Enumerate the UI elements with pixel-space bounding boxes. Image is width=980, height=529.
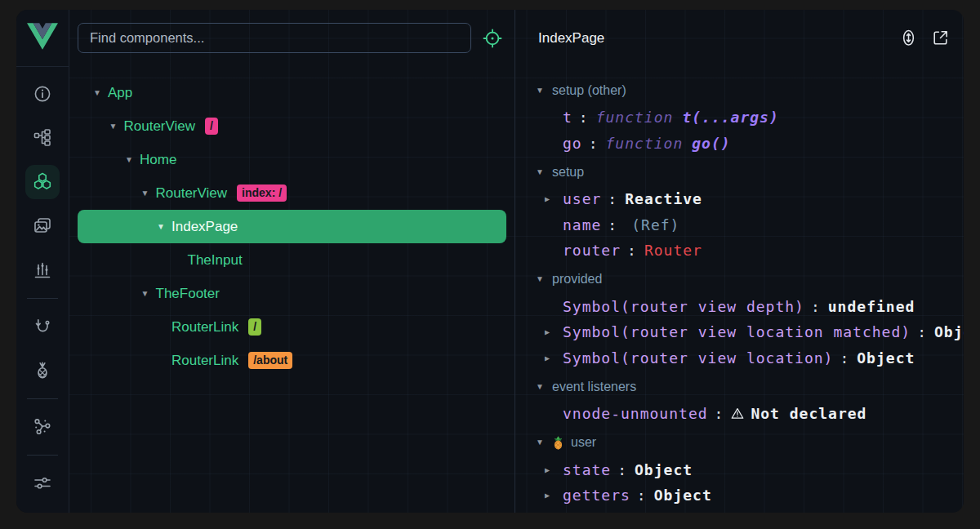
chevron-down-icon[interactable]: ▼ xyxy=(140,290,150,298)
inspector-panel: IndexPage ▼setup (other)t:funct xyxy=(515,10,964,513)
prop-value: Router xyxy=(644,242,702,259)
prop-row-Symbol-router-view-location-matched-[interactable]: ▶Symbol(router view location matched):Ob… xyxy=(515,319,964,345)
chevron-right-icon[interactable]: ▶ xyxy=(545,194,550,203)
prop-colon: : xyxy=(811,298,821,315)
tree-node-App[interactable]: ▼App xyxy=(78,76,506,109)
mixer-icon xyxy=(33,260,52,280)
tree-node-TheInput[interactable]: TheInput xyxy=(78,243,506,277)
prop-colon: : xyxy=(608,190,617,207)
prop-row-state[interactable]: ▶state:Object xyxy=(515,457,964,483)
section-header-event-listeners[interactable]: ▼event listeners xyxy=(515,374,964,399)
component-name: IndexPage xyxy=(172,219,238,235)
pinia-icon xyxy=(33,361,52,380)
prop-row-Symbol-router-view-location-[interactable]: ▶Symbol(router view location):Object xyxy=(515,345,964,371)
component-name: TheFooter xyxy=(156,286,220,302)
prop-key: t xyxy=(563,109,572,126)
sidebar-item-mixer[interactable] xyxy=(25,253,60,287)
chevron-down-icon: ▼ xyxy=(535,87,545,95)
component-tree: ▼App▼RouterView/▼Home▼RouterViewindex: /… xyxy=(69,66,514,377)
prop-value: Not declared xyxy=(751,405,866,422)
chevron-right-icon[interactable]: ▶ xyxy=(545,327,550,336)
tree-node-RouterView[interactable]: ▼RouterViewindex: / xyxy=(78,176,506,210)
prop-key: Symbol(router view location) xyxy=(563,349,833,367)
info-icon xyxy=(33,84,52,104)
section-header-provided[interactable]: ▼provided xyxy=(515,267,964,292)
chevron-down-icon: ▼ xyxy=(535,275,545,283)
chevron-down-icon: ▼ xyxy=(535,383,545,391)
component-name: RouterLink xyxy=(172,353,238,369)
chevron-down-icon[interactable]: ▼ xyxy=(92,89,102,97)
function-keyword: function xyxy=(606,135,684,152)
prop-colon: : xyxy=(637,487,647,504)
chevron-right-icon[interactable]: ▶ xyxy=(545,491,550,500)
section-label: setup xyxy=(552,165,584,180)
chevron-right-icon[interactable]: ▶ xyxy=(545,353,550,362)
tree-node-RouterView[interactable]: ▼RouterView/ xyxy=(78,109,506,143)
prop-value: Object xyxy=(635,461,693,478)
prop-value: Object xyxy=(857,349,915,367)
sidebar-divider xyxy=(27,298,58,299)
prop-key: router xyxy=(563,242,621,259)
prop-row-user[interactable]: ▶user:Reactive xyxy=(515,186,964,212)
prop-key: getters xyxy=(563,487,630,504)
prop-colon: : xyxy=(627,242,637,259)
prop-row-Symbol-router-view-depth-[interactable]: Symbol(router view depth):undefined xyxy=(515,294,964,320)
section-label: user xyxy=(571,435,596,450)
tree-node-IndexPage[interactable]: ▼IndexPage xyxy=(78,210,506,243)
prop-key: Symbol(router view depth) xyxy=(563,298,804,315)
assets-icon xyxy=(33,216,52,236)
sidebar-item-components[interactable] xyxy=(25,165,60,199)
sidebar-divider xyxy=(27,398,58,399)
tree-toolbar xyxy=(69,10,514,66)
prop-row-go[interactable]: go:functiongo() xyxy=(515,131,964,157)
chevron-down-icon: ▼ xyxy=(535,438,545,447)
section-header-setup[interactable]: ▼setup xyxy=(515,159,964,184)
tree-node-Home[interactable]: ▼Home xyxy=(78,143,506,176)
scroll-to-component-button[interactable] xyxy=(898,28,919,49)
prop-row-getters[interactable]: ▶getters:Object xyxy=(515,482,964,509)
prop-row-name[interactable]: name:(Ref) xyxy=(515,212,964,238)
prop-key: go xyxy=(563,135,582,152)
prop-value: undefined xyxy=(828,298,915,315)
search-input[interactable] xyxy=(78,23,471,53)
vue-logo xyxy=(27,23,58,53)
sidebar-item-assets[interactable] xyxy=(25,209,60,243)
prop-row-t[interactable]: t:functiont(...args) xyxy=(515,104,964,131)
section-header-setup-other-[interactable]: ▼setup (other) xyxy=(515,78,964,103)
open-in-editor-icon xyxy=(930,38,951,51)
chevron-down-icon[interactable]: ▼ xyxy=(109,122,118,131)
tree-node-RouterLink[interactable]: RouterLink/about xyxy=(78,344,506,377)
hook-icon xyxy=(33,317,52,336)
section-header-user[interactable]: ▼user xyxy=(515,430,964,456)
prop-row-router[interactable]: router:Router xyxy=(515,238,964,264)
sidebar-item-settings[interactable] xyxy=(25,466,60,500)
logo-cell xyxy=(16,10,69,67)
chevron-right-icon[interactable]: ▶ xyxy=(545,465,550,474)
component-name: RouterView xyxy=(156,185,228,202)
prop-row-vnode-unmounted[interactable]: vnode-unmounted:Not declared xyxy=(515,401,964,427)
chevron-down-icon[interactable]: ▼ xyxy=(156,223,166,231)
inspect-component-button[interactable] xyxy=(482,28,503,49)
chevron-down-icon[interactable]: ▼ xyxy=(140,189,150,198)
component-name: TheInput xyxy=(188,252,243,269)
prop-key: vnode-unmounted xyxy=(563,405,708,422)
chevron-down-icon[interactable]: ▼ xyxy=(124,156,134,164)
prop-key: name xyxy=(563,216,601,233)
tree-node-RouterLink[interactable]: RouterLink/ xyxy=(78,310,506,344)
section-label: event listeners xyxy=(552,380,636,394)
prop-colon: : xyxy=(589,135,599,152)
warning-icon xyxy=(731,407,744,420)
function-signature: go() xyxy=(692,135,730,152)
sidebar-item-pinia[interactable] xyxy=(25,353,60,388)
tree-node-TheFooter[interactable]: ▼TheFooter xyxy=(78,277,506,310)
prop-colon: : xyxy=(917,323,927,340)
prop-colon: : xyxy=(715,405,724,422)
hierarchy-icon xyxy=(33,128,52,148)
sidebar-item-hook[interactable] xyxy=(25,309,60,344)
sidebar-item-graph[interactable] xyxy=(25,410,60,444)
component-name: RouterView xyxy=(124,118,196,135)
sidebar-item-hierarchy[interactable] xyxy=(25,121,60,155)
sidebar-item-info[interactable] xyxy=(25,77,60,111)
route-badge: / xyxy=(248,318,261,335)
open-in-editor-button[interactable] xyxy=(929,28,951,49)
